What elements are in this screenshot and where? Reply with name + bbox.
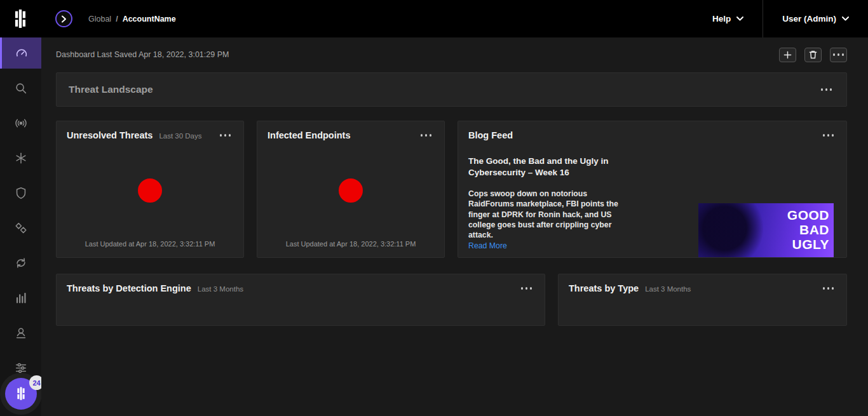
- blog-article-excerpt: Cops swoop down on notorious RaidForums …: [468, 189, 626, 241]
- widget-range: Last 3 Months: [198, 285, 243, 293]
- packages-icon: [14, 221, 28, 235]
- sentinelone-logo-icon: [12, 10, 29, 29]
- sidebar-item-account[interactable]: [0, 317, 41, 348]
- unresolved-threats-widget: Unresolved Threats Last 30 Days Last Upd…: [56, 121, 244, 258]
- unresolved-threats-donut[interactable]: [138, 178, 162, 203]
- sliders-icon: [14, 361, 28, 375]
- widget-row-2: Threats by Detection Engine Last 3 Month…: [56, 274, 847, 326]
- breadcrumb-scope[interactable]: Global: [88, 15, 111, 23]
- widget-menu-button[interactable]: [820, 131, 837, 139]
- broadcast-icon: [14, 116, 28, 130]
- ellipsis-icon: [833, 53, 844, 56]
- widget-range: Last 30 Days: [159, 132, 201, 140]
- widget-header: Unresolved Threats Last 30 Days: [57, 121, 243, 140]
- blog-article-title: The Good, the Bad and the Ugly in Cybers…: [468, 156, 627, 178]
- sync-icon: [14, 256, 28, 270]
- last-saved-text: Dashboard Last Saved Apr 18, 2022, 3:01:…: [56, 50, 229, 59]
- bar-chart-icon: [14, 291, 28, 305]
- sidebar-item-packages[interactable]: [0, 212, 41, 243]
- widget-title: Threats by Type: [569, 283, 639, 293]
- widget-title: Unresolved Threats: [67, 130, 153, 140]
- widget-title: Infected Endpoints: [268, 130, 351, 140]
- widget-header: Blog Feed: [458, 121, 846, 140]
- trash-icon: [809, 50, 817, 59]
- dashboard-toolbar: Dashboard Last Saved Apr 18, 2022, 3:01:…: [56, 37, 847, 72]
- widget-menu-button[interactable]: [519, 285, 535, 292]
- expand-nav-button[interactable]: [55, 10, 72, 27]
- sidebar-item-dashboard[interactable]: [0, 37, 41, 69]
- threats-by-detection-engine-widget: Threats by Detection Engine Last 3 Month…: [56, 274, 545, 326]
- threats-by-type-widget: Threats by Type Last 3 Months: [558, 274, 847, 326]
- last-updated-text: Last Updated at Apr 18, 2022, 3:32:11 PM: [257, 240, 444, 257]
- plus-icon: [783, 51, 792, 59]
- add-widget-button[interactable]: [779, 48, 796, 62]
- sentinelone-logo-icon: [15, 387, 27, 401]
- blog-image-word: BAD: [787, 222, 829, 237]
- section-menu-button[interactable]: [818, 86, 835, 93]
- chevron-right-icon: [61, 15, 67, 23]
- sidebar-item-policy[interactable]: [0, 177, 41, 208]
- blog-image-word: GOOD: [787, 208, 829, 222]
- widget-range: Last 3 Months: [645, 285, 691, 293]
- widget-menu-button[interactable]: [418, 131, 435, 139]
- shield-icon: [14, 186, 28, 200]
- sidebar: [0, 37, 41, 416]
- hooded-figure-graphic: [698, 203, 763, 257]
- user-menu-label: User (Admin): [782, 14, 836, 23]
- widget-menu-button[interactable]: [820, 285, 837, 292]
- help-menu[interactable]: Help: [693, 0, 763, 37]
- widget-title: Blog Feed: [468, 130, 513, 140]
- search-icon: [14, 81, 28, 95]
- delete-dashboard-button[interactable]: [804, 48, 822, 62]
- widget-menu-button[interactable]: [217, 131, 234, 139]
- fab-wrap: 24: [5, 378, 37, 410]
- main-content: Dashboard Last Saved Apr 18, 2022, 3:01:…: [41, 37, 868, 416]
- sidebar-item-network[interactable]: [0, 107, 41, 138]
- blog-article-image[interactable]: GOOD BAD UGLY: [698, 203, 834, 257]
- sidebar-item-sync[interactable]: [0, 247, 41, 278]
- chevron-down-icon: [842, 17, 849, 21]
- widget-header: Infected Endpoints: [257, 121, 444, 140]
- sentinelone-logo[interactable]: [12, 10, 29, 29]
- topbar: Global / AccountName Help User (Admin): [0, 0, 868, 37]
- last-updated-text: Last Updated at Apr 18, 2022, 3:32:11 PM: [57, 240, 243, 257]
- widget-title: Threats by Detection Engine: [67, 283, 191, 293]
- widget-row-1: Unresolved Threats Last 30 Days Last Upd…: [56, 121, 847, 258]
- user-menu[interactable]: User (Admin): [763, 0, 868, 37]
- blog-feed-widget: Blog Feed The Good, the Bad and the Ugly…: [458, 121, 847, 258]
- infected-endpoints-donut[interactable]: [339, 178, 363, 203]
- breadcrumb-account[interactable]: AccountName: [123, 15, 176, 23]
- help-menu-label: Help: [712, 14, 731, 23]
- donut-chart-area: [57, 140, 243, 240]
- section-title: Threat Landscape: [69, 84, 153, 95]
- breadcrumb-separator: /: [116, 15, 118, 23]
- blog-image-words: GOOD BAD UGLY: [787, 208, 829, 252]
- blog-image-word: UGLY: [787, 237, 829, 252]
- read-more-link[interactable]: Read More: [468, 241, 507, 250]
- user-badge-icon: [14, 326, 28, 340]
- asterisk-icon: [14, 151, 28, 165]
- widget-header: Threats by Type Last 3 Months: [559, 274, 846, 293]
- sidebar-item-reports[interactable]: [0, 282, 41, 313]
- topbar-right: Help User (Admin): [693, 0, 868, 37]
- toolbar-buttons: [779, 48, 847, 62]
- widget-header: Threats by Detection Engine Last 3 Month…: [57, 274, 545, 293]
- chevron-down-icon: [736, 17, 743, 21]
- dashboard-gauge-icon: [15, 46, 29, 60]
- donut-chart-area: [257, 140, 444, 240]
- sidebar-item-automation[interactable]: [0, 142, 41, 173]
- threat-landscape-section: Threat Landscape: [56, 72, 847, 107]
- breadcrumb: Global / AccountName: [88, 15, 176, 23]
- dashboard-more-button[interactable]: [830, 48, 847, 62]
- sidebar-item-search[interactable]: [0, 72, 41, 104]
- infected-endpoints-widget: Infected Endpoints Last Updated at Apr 1…: [257, 121, 445, 258]
